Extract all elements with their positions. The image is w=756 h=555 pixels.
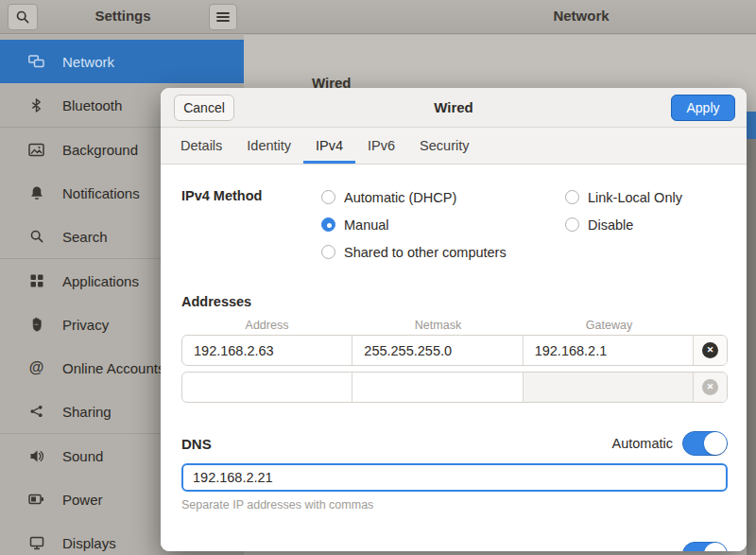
bluetooth-icon: [28, 97, 44, 113]
sidebar-item-label: Search: [62, 229, 108, 245]
settings-window: Settings Network Wired Network Bluetooth: [0, 0, 756, 555]
gateway-input[interactable]: [524, 336, 693, 365]
routes-automatic-toggle-partial[interactable]: [682, 542, 728, 551]
toggle-knob: [704, 432, 727, 455]
circle-x-icon: ✕: [702, 379, 718, 395]
radio-link-local[interactable]: Link-Local Only: [565, 183, 682, 211]
radio-label: Link-Local Only: [588, 190, 682, 205]
speaker-icon: [28, 448, 44, 464]
radio-icon: [321, 245, 335, 259]
background-switch-fragment: [747, 112, 756, 139]
gateway-column-label: Gateway: [524, 319, 695, 332]
sidebar-item-label: Displays: [62, 535, 116, 551]
apply-button[interactable]: Apply: [671, 95, 735, 121]
window-edge: [747, 139, 756, 555]
address-row: ✕: [181, 335, 728, 366]
dialog-header: Cancel Wired Apply: [161, 88, 747, 128]
gateway-input: [524, 373, 693, 402]
address-input[interactable]: [182, 373, 352, 402]
radio-icon: [321, 217, 335, 232]
netmask-column-label: Netmask: [352, 319, 524, 332]
sidebar-item-label: Bluetooth: [62, 97, 122, 113]
delete-address-button[interactable]: ✕: [694, 336, 727, 365]
dialog-tabbar: Details Identity IPv4 IPv6 Security: [161, 128, 747, 165]
circle-x-icon: ✕: [702, 342, 718, 358]
radio-label: Automatic (DHCP): [344, 190, 456, 205]
dns-title: DNS: [181, 436, 212, 452]
sidebar-item-label: Sharing: [62, 404, 112, 420]
search-icon: [28, 229, 44, 245]
radio-shared[interactable]: Shared to other computers: [321, 238, 565, 266]
address-row-empty: ✕: [181, 372, 728, 403]
search-icon: [15, 9, 30, 25]
wired-dialog: Cancel Wired Apply Details Identity IPv4…: [161, 88, 747, 551]
addresses-column-headers: Address Netmask Gateway: [181, 319, 728, 332]
sidebar-item-label: Network: [62, 54, 114, 70]
sidebar-item-network[interactable]: Network: [0, 40, 244, 83]
network-icon: [28, 54, 44, 70]
sidebar-item-label: Power: [62, 492, 103, 508]
radio-icon: [321, 190, 335, 204]
dns-automatic-label: Automatic: [612, 436, 673, 451]
search-button[interactable]: [8, 4, 38, 30]
background-icon: [28, 142, 44, 158]
column-spacer: [695, 319, 728, 332]
monitor-icon: [28, 535, 44, 551]
app-title: Settings: [57, 8, 189, 24]
address-input[interactable]: [182, 336, 352, 365]
radio-label: Disable: [588, 217, 633, 233]
share-icon: [28, 404, 44, 420]
sidebar-item-label: Notifications: [62, 185, 140, 201]
hand-icon: [28, 317, 44, 333]
netmask-input[interactable]: [352, 336, 522, 365]
radio-disable[interactable]: Disable: [565, 211, 682, 238]
addresses-title: Addresses: [181, 294, 728, 309]
tab-details[interactable]: Details: [168, 128, 234, 164]
tab-identity[interactable]: Identity: [234, 128, 303, 164]
bell-icon: [28, 185, 44, 201]
dns-input[interactable]: [181, 463, 728, 492]
radio-label: Shared to other computers: [344, 245, 507, 260]
ipv4-page: IPv4 Method Automatic (DHCP) Manual Shar…: [161, 165, 747, 551]
menu-button[interactable]: [209, 4, 237, 30]
hamburger-icon: [216, 11, 230, 23]
sidebar-item-label: Privacy: [62, 317, 109, 333]
radio-automatic-dhcp[interactable]: Automatic (DHCP): [321, 183, 565, 211]
dns-automatic-toggle[interactable]: [682, 431, 728, 456]
header-bar: Settings Network: [0, 0, 756, 34]
panel-title: Network: [524, 8, 638, 24]
dialog-title: Wired: [161, 99, 747, 115]
radio-manual[interactable]: Manual: [321, 211, 565, 238]
delete-address-button-disabled: ✕: [694, 373, 727, 402]
at-icon: @: [28, 360, 44, 376]
radio-label: Manual: [344, 217, 389, 233]
apps-grid-icon: [28, 273, 44, 289]
battery-icon: [28, 492, 44, 508]
netmask-input[interactable]: [352, 373, 522, 402]
dns-hint: Separate IP addresses with commas: [181, 498, 728, 512]
sidebar-item-label: Sound: [62, 448, 103, 464]
address-column-label: Address: [181, 319, 352, 332]
sidebar-item-label: Applications: [62, 273, 139, 289]
radio-icon: [565, 190, 579, 204]
sidebar-item-label: Background: [62, 142, 138, 158]
ipv4-method-group: IPv4 Method Automatic (DHCP) Manual Shar…: [181, 183, 728, 266]
tab-ipv4[interactable]: IPv4: [303, 128, 355, 164]
ipv4-method-label: IPv4 Method: [181, 183, 321, 266]
tab-ipv6[interactable]: IPv6: [355, 128, 407, 164]
tab-security[interactable]: Security: [407, 128, 481, 164]
toggle-knob: [704, 543, 727, 551]
sidebar-item-label: Online Accounts: [62, 360, 164, 376]
radio-icon: [565, 217, 579, 232]
